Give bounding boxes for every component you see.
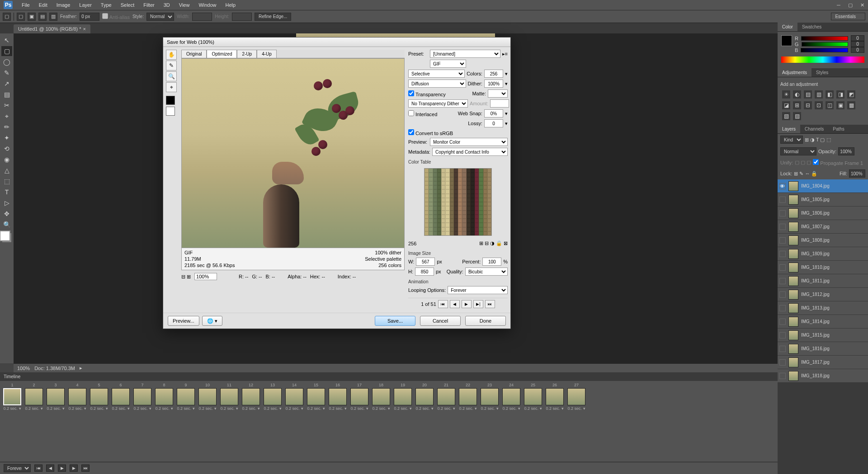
trans-dither-select[interactable]: No Transparency Dither xyxy=(408,99,468,108)
color-cell[interactable] xyxy=(458,177,462,181)
color-cell[interactable] xyxy=(467,219,471,223)
color-cell[interactable] xyxy=(479,206,483,210)
color-cell[interactable] xyxy=(433,223,437,227)
color-cell[interactable] xyxy=(467,177,471,181)
color-cell[interactable] xyxy=(433,194,437,198)
color-cell[interactable] xyxy=(433,173,437,177)
color-cell[interactable] xyxy=(483,219,487,223)
color-cell[interactable] xyxy=(479,189,483,193)
color-cell[interactable] xyxy=(467,185,471,189)
color-cell[interactable] xyxy=(462,215,466,219)
color-cell[interactable] xyxy=(479,211,483,215)
color-cell[interactable] xyxy=(458,198,462,202)
color-cell[interactable] xyxy=(483,189,487,193)
color-cell[interactable] xyxy=(479,185,483,189)
color-cell[interactable] xyxy=(458,194,462,198)
color-cell[interactable] xyxy=(487,206,491,210)
color-cell[interactable] xyxy=(479,202,483,206)
color-cell[interactable] xyxy=(462,198,466,202)
color-cell[interactable] xyxy=(471,198,475,202)
preset-select[interactable]: [Unnamed] xyxy=(430,50,500,58)
color-cell[interactable] xyxy=(454,231,458,235)
dialog-title[interactable]: Save for Web (100%) xyxy=(163,38,510,47)
color-cell[interactable] xyxy=(445,194,449,198)
color-cell[interactable] xyxy=(467,215,471,219)
color-cell[interactable] xyxy=(437,206,441,210)
color-cell[interactable] xyxy=(467,173,471,177)
preview-select[interactable]: Monitor Color xyxy=(430,138,508,146)
optimized-tab[interactable]: Optimized xyxy=(207,50,237,58)
color-cell[interactable] xyxy=(483,211,487,215)
color-cell[interactable] xyxy=(487,223,491,227)
color-cell[interactable] xyxy=(471,202,475,206)
color-cell[interactable] xyxy=(429,185,433,189)
color-cell[interactable] xyxy=(429,219,433,223)
color-cell[interactable] xyxy=(433,215,437,219)
color-cell[interactable] xyxy=(475,219,479,223)
color-cell[interactable] xyxy=(450,202,454,206)
color-cell[interactable] xyxy=(429,202,433,206)
color-cell[interactable] xyxy=(425,173,429,177)
color-cell[interactable] xyxy=(429,215,433,219)
color-cell[interactable] xyxy=(483,223,487,227)
color-cell[interactable] xyxy=(487,185,491,189)
color-cell[interactable] xyxy=(454,219,458,223)
color-cell[interactable] xyxy=(441,181,445,185)
color-cell[interactable] xyxy=(467,181,471,185)
color-cell[interactable] xyxy=(487,202,491,206)
color-cell[interactable] xyxy=(471,173,475,177)
color-cell[interactable] xyxy=(462,223,466,227)
color-cell[interactable] xyxy=(458,211,462,215)
color-cell[interactable] xyxy=(467,231,471,235)
color-cell[interactable] xyxy=(441,211,445,215)
color-cell[interactable] xyxy=(454,185,458,189)
color-cell[interactable] xyxy=(450,194,454,198)
color-cell[interactable] xyxy=(479,231,483,235)
reduction-select[interactable]: Selective xyxy=(408,70,465,78)
color-cell[interactable] xyxy=(475,198,479,202)
color-cell[interactable] xyxy=(450,211,454,215)
color-cell[interactable] xyxy=(450,169,454,173)
srgb-checkbox[interactable] xyxy=(408,129,414,135)
color-cell[interactable] xyxy=(441,177,445,181)
transparency-checkbox[interactable] xyxy=(408,90,414,96)
color-cell[interactable] xyxy=(475,181,479,185)
color-cell[interactable] xyxy=(450,219,454,223)
color-cell[interactable] xyxy=(425,231,429,235)
color-cell[interactable] xyxy=(445,185,449,189)
color-cell[interactable] xyxy=(458,215,462,219)
color-cell[interactable] xyxy=(429,211,433,215)
interlaced-checkbox[interactable] xyxy=(408,110,414,116)
color-cell[interactable] xyxy=(487,194,491,198)
color-cell[interactable] xyxy=(471,177,475,181)
color-cell[interactable] xyxy=(425,211,429,215)
color-cell[interactable] xyxy=(433,211,437,215)
zoom-tool-icon[interactable]: 🔍 xyxy=(166,71,177,81)
color-cell[interactable] xyxy=(479,227,483,231)
color-cell[interactable] xyxy=(425,194,429,198)
color-cell[interactable] xyxy=(441,173,445,177)
color-cell[interactable] xyxy=(437,211,441,215)
color-cell[interactable] xyxy=(462,177,466,181)
height-input[interactable] xyxy=(415,268,434,276)
color-table[interactable] xyxy=(424,168,492,236)
color-cell[interactable] xyxy=(475,169,479,173)
percent-input[interactable] xyxy=(482,258,501,266)
color-cell[interactable] xyxy=(450,198,454,202)
color-cell[interactable] xyxy=(458,185,462,189)
color-cell[interactable] xyxy=(462,211,466,215)
color-cell[interactable] xyxy=(479,173,483,177)
color-cell[interactable] xyxy=(433,202,437,206)
color-cell[interactable] xyxy=(437,169,441,173)
color-cell[interactable] xyxy=(487,215,491,219)
color-cell[interactable] xyxy=(445,198,449,202)
color-cell[interactable] xyxy=(487,198,491,202)
color-cell[interactable] xyxy=(475,194,479,198)
color-cell[interactable] xyxy=(425,227,429,231)
color-cell[interactable] xyxy=(475,202,479,206)
color-cell[interactable] xyxy=(471,231,475,235)
color-cell[interactable] xyxy=(425,189,429,193)
color-cell[interactable] xyxy=(467,189,471,193)
color-cell[interactable] xyxy=(471,194,475,198)
color-cell[interactable] xyxy=(445,181,449,185)
